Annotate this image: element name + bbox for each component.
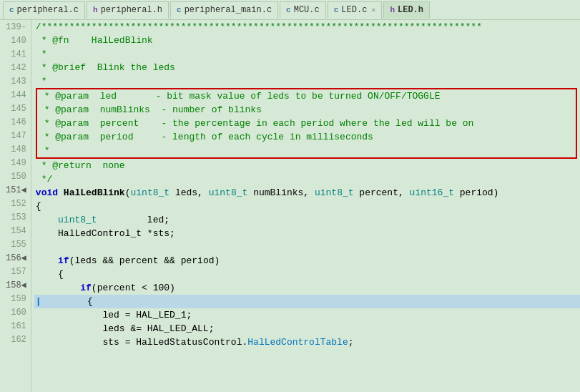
tab-icon-h: h xyxy=(390,6,395,14)
line-num-160: 160 xyxy=(6,305,26,319)
code-text[interactable]: HalLedControlTable xyxy=(247,337,348,348)
tab-peripheral-c[interactable]: c peripheral.c xyxy=(3,1,85,19)
code-text: { xyxy=(43,296,93,307)
code-text: numBlinks, xyxy=(247,187,315,198)
tab-icon-c: c xyxy=(286,6,291,14)
line-num-151: 151◀ xyxy=(6,183,26,197)
tab-icon-c: c xyxy=(9,6,14,14)
code-text: (percent < 100) xyxy=(92,283,175,293)
tab-led-c[interactable]: c LED.c ✕ xyxy=(328,1,383,19)
code-line-157: { xyxy=(34,268,580,281)
code-text: * @brief Blink the leds xyxy=(36,62,175,73)
line-num-152: 152 xyxy=(6,197,26,210)
code-text: void xyxy=(36,187,58,198)
line-num-139: 139- xyxy=(6,20,26,34)
code-line-146: * @param percent - the percentage in eac… xyxy=(37,117,576,130)
param-box: * @param led - bit mask value of leds to… xyxy=(36,88,577,159)
code-text xyxy=(58,187,64,198)
code-line-161: leds &= HAL_LED_ALL; xyxy=(34,322,580,335)
code-text: uint8_t xyxy=(315,187,354,198)
tab-icon-h: h xyxy=(93,6,98,14)
code-text: { xyxy=(36,269,64,280)
code-text: (leds && percent && period) xyxy=(69,255,220,266)
tab-peripheral-main-c[interactable]: c peripheral_main.c xyxy=(170,1,278,19)
tab-led-h[interactable]: h LED.h xyxy=(383,1,430,19)
code-text: if xyxy=(80,283,92,293)
code-text: led = HAL_LED_1; xyxy=(36,310,192,320)
line-num-162: 162 xyxy=(6,333,26,346)
code-line-148: * xyxy=(37,144,576,157)
line-num-158: 158◀ xyxy=(6,278,26,292)
line-num-161: 161 xyxy=(6,319,26,333)
line-num-156: 156◀ xyxy=(6,251,26,265)
code-text: * xyxy=(39,145,50,156)
code-line-152: { xyxy=(34,200,580,213)
code-text: led; xyxy=(97,215,169,225)
code-area: /***************************************… xyxy=(31,20,580,392)
code-line-156: if (leds && percent && period) xyxy=(34,254,580,268)
code-text: * @param period - length of each cycle i… xyxy=(39,132,373,142)
tab-label: LED.c xyxy=(341,5,367,15)
code-text: * xyxy=(36,49,47,59)
tab-mcu-c[interactable]: c MCU.c xyxy=(280,1,326,19)
cursor-bar: | xyxy=(36,296,41,307)
line-num-150: 150 xyxy=(6,170,26,183)
tab-bar: c peripheral.c h peripheral.h c peripher… xyxy=(0,0,580,20)
code-text xyxy=(36,283,80,293)
line-num-141: 141 xyxy=(6,47,26,61)
code-line-139: /***************************************… xyxy=(34,20,580,34)
code-text: uint8_t xyxy=(58,215,97,225)
code-text: HalLedControl_t *sts; xyxy=(36,228,175,239)
code-line-150: */ xyxy=(34,172,580,186)
code-line-143: * xyxy=(34,74,580,88)
code-line-155 xyxy=(34,240,580,254)
code-text: { xyxy=(36,201,41,212)
line-num-149: 149 xyxy=(6,156,26,170)
code-text: uint8_t xyxy=(209,187,248,198)
code-line-142: * @brief Blink the leds xyxy=(34,61,580,74)
code-text: leds &= HAL_LED_ALL; xyxy=(36,323,215,334)
code-text: percent, xyxy=(354,187,410,198)
code-line-144: * @param led - bit mask value of leds to… xyxy=(37,89,576,103)
line-num-147: 147 xyxy=(6,129,26,142)
line-num-155: 155 xyxy=(6,237,26,251)
code-text: uint16_t xyxy=(410,187,454,198)
code-text: * @param numBlinks - number of blinks xyxy=(39,104,262,115)
code-line-158: if (percent < 100) xyxy=(34,281,580,295)
tab-label: peripheral_main.c xyxy=(185,5,272,15)
code-line-154: HalLedControl_t *sts; xyxy=(34,227,580,240)
line-num-157: 157 xyxy=(6,265,26,278)
code-text: period) xyxy=(454,187,498,198)
code-text: if xyxy=(58,255,69,266)
editor-area: 139- 140 141 142 143 144 145 146 147 148… xyxy=(0,20,580,392)
code-line-151: void HalLedBlink ( uint8_t leds, uint8_t… xyxy=(34,186,580,200)
tab-label: LED.h xyxy=(398,5,423,15)
line-num-159: 159 xyxy=(6,292,26,305)
code-line-162: sts = HalLedStatusControl.HalLedControlT… xyxy=(34,335,580,349)
code-text: HalLedBlink xyxy=(64,187,125,198)
code-line-141: * xyxy=(34,47,580,61)
code-line-159: | { xyxy=(34,295,580,308)
code-line-140: * @fn HalLedBlink xyxy=(34,34,580,47)
close-icon[interactable]: ✕ xyxy=(371,6,375,14)
code-text: */ xyxy=(36,174,52,185)
tab-label: MCU.c xyxy=(294,5,320,15)
code-text: /***************************************… xyxy=(36,21,482,32)
code-text xyxy=(36,215,58,225)
line-num-153: 153 xyxy=(6,210,26,224)
line-num-146: 146 xyxy=(6,115,26,129)
code-line-149: * @return none xyxy=(34,159,580,172)
code-line-145: * @param numBlinks - number of blinks xyxy=(37,103,576,117)
code-line-147: * @param period - length of each cycle i… xyxy=(37,130,576,144)
code-text: uint8_t xyxy=(131,187,170,198)
line-num-144: 144 xyxy=(6,88,26,102)
line-num-142: 142 xyxy=(6,61,26,74)
code-text: * xyxy=(36,76,47,87)
line-num-140: 140 xyxy=(6,34,26,47)
tab-label: peripheral.c xyxy=(17,5,79,15)
code-text: * @fn HalLedBlink xyxy=(36,35,153,46)
code-line-160: led = HAL_LED_1; xyxy=(34,308,580,322)
code-line-153: uint8_t led; xyxy=(34,213,580,227)
tab-peripheral-h[interactable]: h peripheral.h xyxy=(87,1,169,19)
code-text: ; xyxy=(348,337,354,348)
